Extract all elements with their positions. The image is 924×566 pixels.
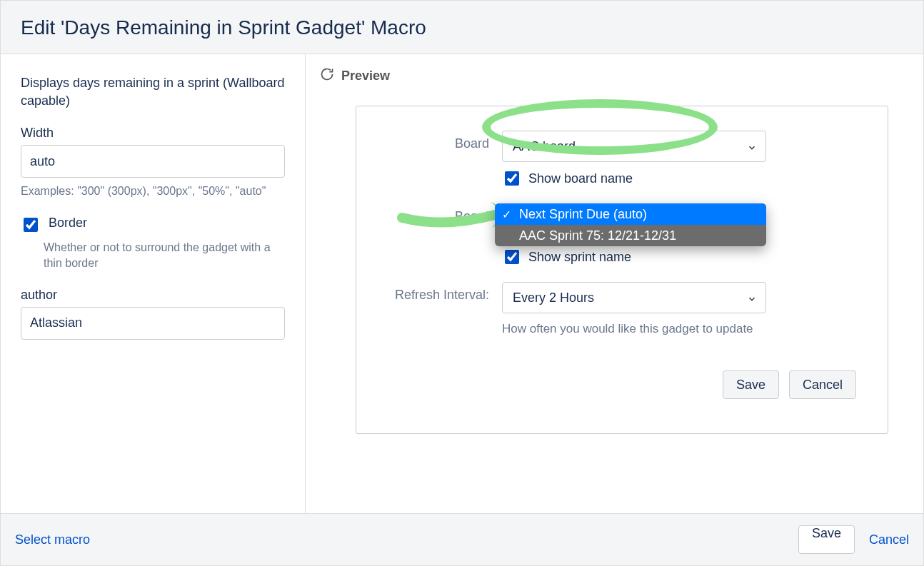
footer-cancel-link[interactable]: Cancel: [869, 532, 909, 547]
preview-title: Preview: [341, 69, 390, 84]
gadget-save-button[interactable]: Save: [723, 370, 779, 399]
footer-save-label: Save: [812, 526, 841, 540]
author-label: author: [21, 288, 285, 303]
show-sprint-label: Show sprint name: [528, 250, 631, 265]
show-board-row: Show board name: [502, 169, 856, 188]
macro-editor-dialog: Edit 'Days Remaining in Sprint Gadget' M…: [0, 0, 924, 566]
width-input[interactable]: [21, 145, 285, 178]
preview-header: Preview: [320, 67, 910, 84]
border-row: Border: [21, 216, 285, 234]
border-help: Whether or not to surround the gadget wi…: [44, 240, 285, 272]
chevron-down-icon: [747, 141, 757, 151]
board-select[interactable]: AAC board: [502, 131, 766, 162]
sprint-option-auto[interactable]: Next Sprint Due (auto): [495, 203, 766, 225]
gadget-preview: Board AAC board Show board name: [356, 106, 888, 434]
width-label: Width: [21, 126, 285, 141]
dialog-footer: Select macro Save Cancel: [1, 513, 923, 565]
refresh-help: How often you would like this gadget to …: [502, 322, 856, 336]
show-board-checkbox[interactable]: [505, 171, 519, 186]
refresh-select-value: Every 2 Hours: [513, 290, 594, 305]
macro-description: Displays days remaining in a sprint (Wal…: [21, 74, 285, 110]
refresh-label: Refresh Interval:: [388, 282, 502, 303]
gadget-cancel-label: Cancel: [803, 378, 843, 393]
board-label: Board: [388, 131, 502, 151]
gadget-button-row: Save Cancel: [388, 370, 856, 399]
sprint-dropdown: Next Sprint Due (auto) AAC Sprint 75: 12…: [495, 203, 766, 246]
dialog-title: Edit 'Days Remaining in Sprint Gadget' M…: [21, 16, 903, 39]
board-row: Board AAC board Show board name: [388, 131, 856, 188]
border-label: Border: [49, 216, 87, 231]
footer-save-button[interactable]: Save: [798, 525, 855, 554]
refresh-select[interactable]: Every 2 Hours: [502, 282, 766, 313]
show-sprint-row: Show sprint name: [502, 248, 856, 266]
width-group: Width Examples: "300" (300px), "300px", …: [21, 126, 285, 199]
author-input[interactable]: [21, 307, 285, 340]
sprint-option-label: AAC Sprint 75: 12/21-12/31: [519, 228, 676, 243]
width-help: Examples: "300" (300px), "300px", "50%",…: [21, 183, 285, 199]
refresh-row: Refresh Interval: Every 2 Hours How ofte…: [388, 282, 856, 336]
sprint-option-75[interactable]: AAC Sprint 75: 12/21-12/31: [495, 225, 766, 246]
author-group: author: [21, 288, 285, 340]
show-board-label: Show board name: [528, 171, 633, 186]
sprint-option-label: Next Sprint Due (auto): [519, 207, 647, 222]
chevron-down-icon: [747, 293, 757, 303]
dialog-body: Displays days remaining in a sprint (Wal…: [1, 54, 923, 513]
refresh-icon: [320, 67, 334, 84]
gadget-cancel-button[interactable]: Cancel: [789, 370, 856, 399]
board-select-value: AAC board: [513, 139, 576, 154]
config-panel: Displays days remaining in a sprint (Wal…: [1, 54, 306, 513]
border-checkbox[interactable]: [24, 218, 38, 232]
dialog-title-bar: Edit 'Days Remaining in Sprint Gadget' M…: [1, 1, 923, 54]
sprint-row: Board Next Sprint Due (auto): [388, 203, 856, 266]
show-sprint-checkbox[interactable]: [505, 250, 519, 264]
gadget-save-label: Save: [736, 378, 765, 393]
select-macro-link[interactable]: Select macro: [15, 532, 90, 547]
sprint-label: Board: [388, 203, 502, 224]
preview-panel: Preview Board AAC board: [306, 54, 923, 513]
